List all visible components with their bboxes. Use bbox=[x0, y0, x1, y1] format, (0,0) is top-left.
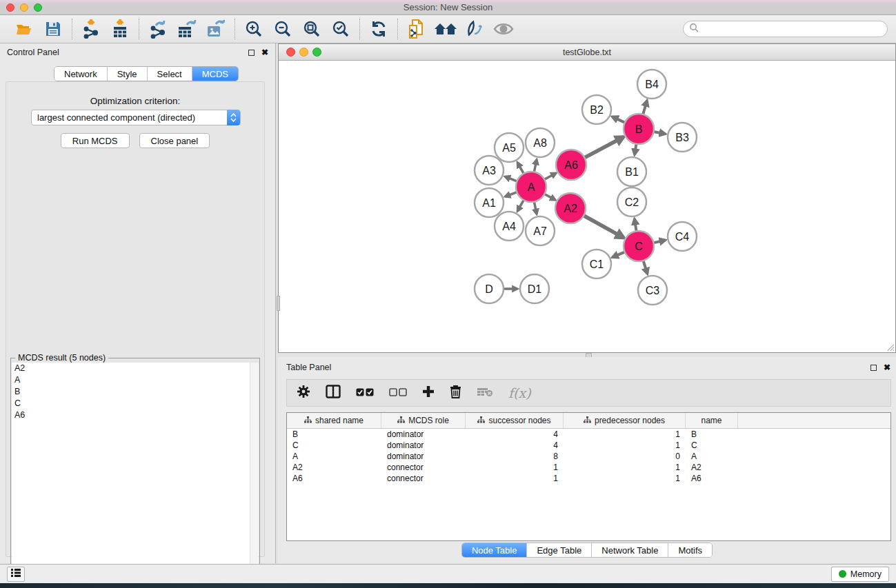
edge-A2-C[interactable] bbox=[582, 214, 624, 238]
node-A2[interactable]: A2 bbox=[555, 193, 586, 223]
close-panel-icon[interactable]: ✖ bbox=[261, 50, 268, 56]
close-table-panel-icon[interactable]: ✖ bbox=[884, 365, 890, 371]
table-cell[interactable]: A bbox=[686, 452, 738, 461]
tab-edge-table[interactable]: Edge Table bbox=[527, 543, 592, 557]
table-row[interactable]: A2connector11A2 bbox=[287, 462, 890, 473]
first-neighbors-button[interactable] bbox=[436, 19, 455, 39]
mcds-result-scrollbar[interactable] bbox=[250, 363, 259, 588]
node-table[interactable]: shared nameMCDS rolesuccessor nodesprede… bbox=[286, 412, 891, 541]
table-cell[interactable]: dominator bbox=[381, 429, 466, 439]
close-panel-button[interactable]: Close panel bbox=[139, 133, 210, 148]
node-A4[interactable]: A4 bbox=[495, 212, 524, 241]
node-A8[interactable]: A8 bbox=[526, 128, 555, 157]
close-window-button[interactable] bbox=[6, 3, 14, 12]
table-cell[interactable]: 4 bbox=[466, 440, 564, 450]
table-cell[interactable]: 1 bbox=[564, 463, 686, 472]
zoom-selected-button[interactable] bbox=[331, 19, 350, 39]
column-header-predecessor-nodes[interactable]: predecessor nodes bbox=[564, 413, 686, 428]
mcds-result-item[interactable]: B bbox=[12, 386, 250, 398]
refresh-button[interactable] bbox=[369, 19, 388, 39]
table-cell[interactable]: 8 bbox=[466, 452, 564, 461]
zoom-fit-button[interactable] bbox=[302, 19, 321, 39]
node-A3[interactable]: A3 bbox=[475, 156, 504, 185]
node-A5[interactable]: A5 bbox=[495, 133, 524, 162]
table-cell[interactable]: A6 bbox=[686, 474, 738, 483]
column-settings-button[interactable] bbox=[297, 385, 310, 401]
table-row[interactable]: A6connector11A6 bbox=[287, 473, 890, 484]
node-A7[interactable]: A7 bbox=[526, 216, 555, 245]
tab-network[interactable]: Network bbox=[54, 67, 108, 81]
node-C2[interactable]: C2 bbox=[617, 187, 646, 216]
mcds-result-item[interactable]: A2 bbox=[12, 363, 250, 374]
node-C4[interactable]: C4 bbox=[668, 222, 697, 251]
export-network-button[interactable] bbox=[148, 19, 168, 39]
hide-selected-button[interactable] bbox=[465, 19, 484, 39]
table-cell[interactable]: A6 bbox=[287, 474, 381, 483]
zoom-window-button[interactable] bbox=[34, 3, 42, 12]
node-B3[interactable]: B3 bbox=[668, 123, 697, 152]
deselect-all-button[interactable] bbox=[389, 387, 407, 399]
node-B1[interactable]: B1 bbox=[617, 157, 646, 186]
save-session-button[interactable] bbox=[43, 19, 63, 39]
network-minimize-button[interactable] bbox=[299, 48, 308, 57]
table-cell[interactable]: B bbox=[686, 429, 738, 439]
run-mcds-button[interactable]: Run MCDS bbox=[61, 133, 130, 148]
table-row[interactable]: Adominator80A bbox=[287, 451, 890, 462]
table-cell[interactable]: A2 bbox=[686, 463, 738, 472]
export-image-button[interactable] bbox=[206, 19, 226, 39]
open-session-button[interactable] bbox=[14, 19, 34, 39]
table-cell[interactable]: 1 bbox=[466, 474, 564, 483]
tab-mcds[interactable]: MCDS bbox=[192, 67, 238, 81]
export-table-button[interactable] bbox=[177, 19, 197, 39]
search-input[interactable] bbox=[699, 24, 882, 34]
mcds-result-item[interactable]: A6 bbox=[12, 409, 250, 421]
node-B[interactable]: B bbox=[624, 114, 654, 144]
vertical-splitter-handle[interactable] bbox=[277, 296, 280, 311]
table-cell[interactable]: 0 bbox=[564, 452, 686, 461]
criterion-dropdown[interactable]: largest connected component (directed) bbox=[31, 110, 241, 125]
network-window-titlebar[interactable]: testGlobe.txt bbox=[279, 44, 895, 61]
table-cell[interactable]: C bbox=[686, 440, 738, 450]
delete-table-button[interactable] bbox=[477, 386, 493, 400]
node-A[interactable]: A bbox=[516, 172, 546, 202]
table-cell[interactable]: B bbox=[287, 429, 381, 439]
minimize-window-button[interactable] bbox=[20, 3, 28, 12]
network-graph[interactable]: B4B2BB3A8A5A6A3B1AA1C2A2A4A7C4CC1DD1C3 bbox=[279, 61, 895, 352]
node-C3[interactable]: C3 bbox=[638, 276, 667, 305]
mcds-result-item[interactable]: A bbox=[12, 374, 250, 386]
show-columns-button[interactable] bbox=[326, 385, 341, 401]
table-cell[interactable]: A bbox=[287, 452, 381, 461]
delete-column-button[interactable] bbox=[450, 385, 461, 401]
zoom-in-button[interactable] bbox=[244, 19, 263, 39]
node-C1[interactable]: C1 bbox=[582, 250, 611, 278]
memory-button[interactable]: Memory bbox=[831, 567, 889, 582]
show-hidden-button[interactable] bbox=[494, 19, 513, 39]
window-titlebar[interactable]: Session: New Session bbox=[0, 0, 896, 15]
column-header-successor-nodes[interactable]: successor nodes bbox=[466, 413, 564, 428]
resize-grip-icon[interactable] bbox=[885, 342, 894, 351]
tab-motifs[interactable]: Motifs bbox=[668, 543, 712, 557]
node-A6[interactable]: A6 bbox=[556, 150, 586, 180]
show-log-console-button[interactable] bbox=[7, 567, 25, 582]
table-cell[interactable]: dominator bbox=[381, 452, 466, 461]
table-cell[interactable]: A2 bbox=[287, 463, 381, 472]
new-network-from-selection-button[interactable] bbox=[407, 19, 426, 39]
tab-node-table[interactable]: Node Table bbox=[462, 543, 528, 557]
table-cell[interactable]: 1 bbox=[466, 463, 564, 472]
import-network-button[interactable] bbox=[81, 19, 101, 39]
table-cell[interactable]: connector bbox=[381, 474, 466, 483]
table-cell[interactable]: 1 bbox=[564, 474, 686, 483]
node-A1[interactable]: A1 bbox=[475, 188, 504, 217]
table-row[interactable]: Bdominator41B bbox=[287, 429, 890, 440]
column-header-MCDS-role[interactable]: MCDS role bbox=[381, 413, 466, 428]
tab-style[interactable]: Style bbox=[108, 67, 148, 81]
network-zoom-button[interactable] bbox=[312, 48, 321, 57]
search-field[interactable] bbox=[683, 21, 888, 37]
column-header-name[interactable]: name bbox=[686, 413, 738, 428]
network-canvas[interactable]: B4B2BB3A8A5A6A3B1AA1C2A2A4A7C4CC1DD1C3 bbox=[279, 61, 895, 352]
node-C[interactable]: C bbox=[624, 231, 654, 261]
float-panel-icon[interactable] bbox=[248, 50, 255, 56]
zoom-out-button[interactable] bbox=[273, 19, 292, 39]
select-all-button[interactable] bbox=[356, 387, 374, 399]
add-column-button[interactable] bbox=[422, 385, 435, 401]
